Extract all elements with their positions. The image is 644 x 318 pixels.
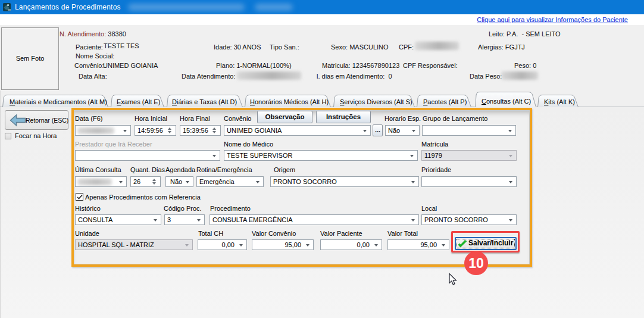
svg-text:Diárias e Taxas (Alt D): Diárias e Taxas (Alt D): [172, 98, 237, 105]
svg-text:Serviços Diversos (Alt S): Serviços Diversos (Alt S): [340, 98, 412, 105]
svg-text:Honorários Médicos (Alt H): Honorários Médicos (Alt H): [250, 98, 329, 105]
svg-text:Pacotes (Alt P): Pacotes (Alt P): [423, 98, 467, 105]
svg-text:Exames (Alt E): Exames (Alt E): [117, 98, 160, 105]
svg-text:Kits (Alt K): Kits (Alt K): [544, 98, 575, 105]
svg-text:Consultas (Alt C): Consultas (Alt C): [482, 98, 531, 105]
svg-text:Materiais e Medicamentos (Alt: Materiais e Medicamentos (Alt M): [10, 98, 107, 105]
